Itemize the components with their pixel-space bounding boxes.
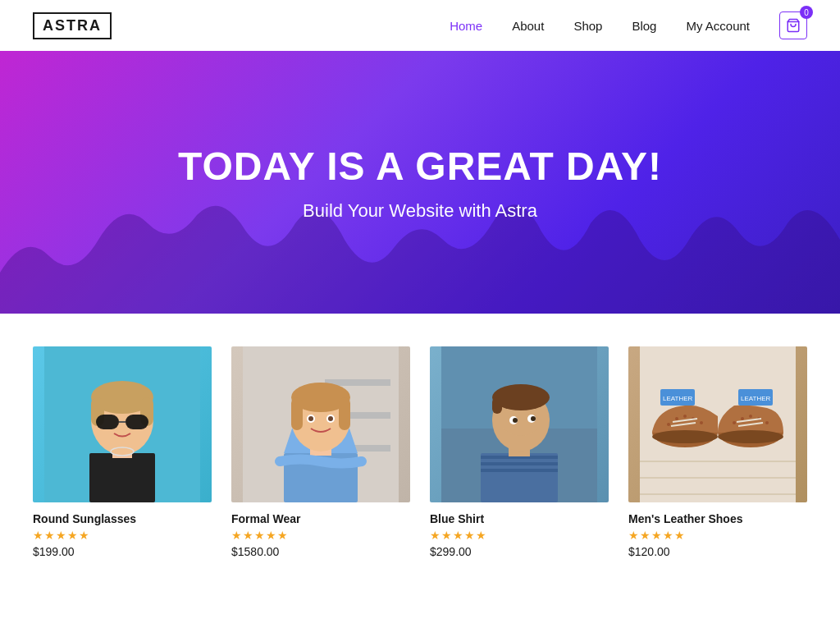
svg-point-46 bbox=[667, 423, 670, 426]
product-stars-3: ★★★★★ bbox=[628, 529, 807, 542]
cart-count: 0 bbox=[800, 6, 813, 19]
svg-point-39 bbox=[531, 416, 536, 421]
svg-point-50 bbox=[700, 421, 703, 424]
svg-point-54 bbox=[718, 430, 783, 443]
products-grid: Round Sunglasses ★★★★★ $199.00 bbox=[33, 346, 807, 558]
svg-rect-8 bbox=[96, 415, 119, 429]
product-price-1: $1580.00 bbox=[231, 545, 410, 558]
hero-title: TODAY IS A GREAT DAY! bbox=[178, 144, 662, 189]
product-card-0[interactable]: Round Sunglasses ★★★★★ $199.00 bbox=[33, 346, 212, 558]
hero-subtitle: Build Your Website with Astra bbox=[303, 200, 537, 222]
product-stars-1: ★★★★★ bbox=[231, 529, 410, 542]
svg-point-24 bbox=[308, 416, 313, 421]
product-name-0: Round Sunglasses bbox=[33, 512, 212, 525]
product-price-3: $120.00 bbox=[628, 545, 807, 558]
svg-point-45 bbox=[652, 430, 718, 443]
svg-point-47 bbox=[675, 417, 678, 420]
product-stars-2: ★★★★★ bbox=[430, 529, 609, 542]
svg-text:LEATHER: LEATHER bbox=[663, 395, 693, 402]
product-image-2 bbox=[430, 346, 609, 502]
svg-rect-2 bbox=[89, 453, 155, 502]
cart-button[interactable]: 0 bbox=[779, 11, 807, 39]
product-card-1[interactable]: Formal Wear ★★★★★ $1580.00 bbox=[231, 346, 410, 558]
svg-text:LEATHER: LEATHER bbox=[741, 395, 771, 402]
logo: ASTRA bbox=[33, 12, 112, 39]
nav-shop[interactable]: Shop bbox=[573, 19, 602, 33]
svg-rect-9 bbox=[126, 415, 148, 429]
svg-point-57 bbox=[749, 415, 752, 418]
product-stars-0: ★★★★★ bbox=[33, 529, 212, 542]
svg-rect-28 bbox=[481, 453, 558, 502]
product-name-2: Blue Shirt bbox=[430, 512, 609, 525]
hero-section: TODAY IS A GREAT DAY! Build Your Website… bbox=[0, 51, 840, 314]
svg-rect-35 bbox=[492, 397, 502, 414]
nav-my-account[interactable]: My Account bbox=[686, 19, 750, 33]
site-header: ASTRA Home About Shop Blog My Account 0 bbox=[0, 0, 840, 51]
product-image-0 bbox=[33, 346, 212, 502]
nav-blog[interactable]: Blog bbox=[632, 19, 656, 33]
svg-rect-30 bbox=[481, 462, 558, 465]
svg-point-55 bbox=[733, 421, 736, 424]
svg-rect-20 bbox=[291, 397, 303, 430]
svg-point-25 bbox=[328, 416, 333, 421]
nav-about[interactable]: About bbox=[512, 19, 544, 33]
svg-rect-21 bbox=[339, 397, 350, 430]
product-price-0: $199.00 bbox=[33, 545, 212, 558]
svg-rect-31 bbox=[481, 469, 558, 472]
svg-point-59 bbox=[765, 421, 769, 424]
product-price-2: $299.00 bbox=[430, 545, 609, 558]
svg-point-48 bbox=[683, 415, 687, 418]
products-section: Round Sunglasses ★★★★★ $199.00 bbox=[0, 314, 840, 583]
product-name-3: Men's Leather Shoes bbox=[628, 512, 807, 525]
svg-point-38 bbox=[513, 418, 518, 423]
product-image-3: LEATHER LEATHER bbox=[628, 346, 807, 502]
product-name-1: Formal Wear bbox=[231, 512, 410, 525]
main-nav: Home About Shop Blog My Account 0 bbox=[450, 11, 807, 39]
product-image-1 bbox=[231, 346, 410, 502]
product-card-3[interactable]: LEATHER LEATHER Men's Leather Shoes ★★★★… bbox=[628, 346, 807, 558]
product-card-2[interactable]: Blue Shirt ★★★★★ $299.00 bbox=[430, 346, 609, 558]
nav-home[interactable]: Home bbox=[450, 19, 482, 33]
svg-point-56 bbox=[741, 417, 744, 420]
